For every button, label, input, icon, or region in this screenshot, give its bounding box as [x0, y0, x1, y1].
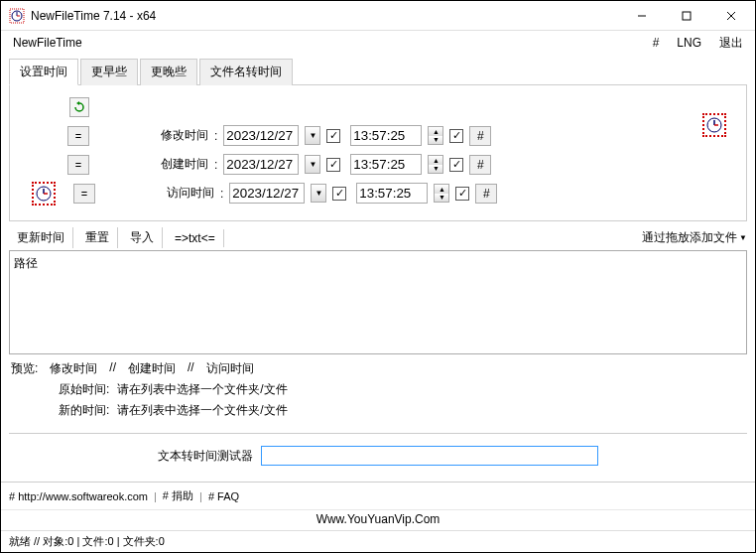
refresh-row [20, 95, 736, 118]
create-time-spinner[interactable]: ▲▼ [428, 155, 443, 174]
preview-area: 预览: 修改时间 // 创建时间 // 访问时间 原始时间: 请在列表中选择一个… [9, 354, 747, 425]
new-time-label: 新的时间: [59, 402, 109, 419]
create-time-checkbox[interactable] [449, 158, 463, 172]
tab-name-to-time[interactable]: 文件名转时间 [199, 59, 293, 85]
chevron-down-icon: ▼ [309, 131, 316, 140]
create-date-picker[interactable]: ▼ [305, 155, 320, 174]
footer-links: # http://www.softwareok.com | # 捐助 | # F… [1, 482, 755, 509]
tester-label: 文本转时间测试器 [158, 448, 253, 465]
colon: : [214, 129, 217, 143]
branding: Www.YouYuanVip.Com [1, 509, 755, 530]
tab-earlier[interactable]: 更早些 [80, 59, 138, 85]
orig-time-msg: 请在列表中选择一个文件夹/文件 [117, 381, 287, 398]
status-files: 文件:0 [82, 535, 113, 547]
update-time-button[interactable]: 更新时间 [9, 227, 73, 248]
footer-url[interactable]: # http://www.softwareok.com [9, 490, 148, 502]
modify-label: 修改时间 [153, 127, 208, 144]
footer-donate[interactable]: # 捐助 [163, 488, 193, 503]
preview-label: 预览: [11, 360, 38, 377]
app-icon [9, 8, 25, 24]
modify-date-input[interactable] [223, 125, 299, 146]
menu-lng[interactable]: LNG [673, 34, 705, 52]
access-label: 访问时间 [159, 185, 214, 202]
access-time-input[interactable] [356, 183, 428, 204]
modify-hash-button[interactable]: # [469, 126, 491, 146]
access-time-checkbox[interactable] [455, 187, 469, 201]
footer-faq[interactable]: # FAQ [208, 490, 239, 502]
modify-date-picker[interactable]: ▼ [305, 126, 320, 145]
access-hash-button[interactable]: # [475, 184, 497, 204]
create-time-row: = 创建时间 : ▼ ▲▼ # [20, 153, 736, 176]
drag-add-label[interactable]: 通过拖放添加文件 [642, 229, 737, 246]
menu-app[interactable]: NewFileTime [9, 34, 641, 52]
eq-button-access[interactable]: = [73, 184, 95, 204]
close-button[interactable] [708, 2, 753, 30]
eq-button-create[interactable]: = [67, 155, 89, 175]
access-date-input[interactable] [229, 183, 305, 204]
modify-date-checkbox[interactable] [326, 129, 340, 143]
create-hash-button[interactable]: # [469, 155, 491, 175]
create-date-checkbox[interactable] [326, 158, 340, 172]
tester-row: 文本转时间测试器 [9, 442, 747, 478]
modify-time-row: = 修改时间 : ▼ ▲▼ # [20, 124, 736, 147]
status-bar: 就绪 // 对象:0 | 文件:0 | 文件夹:0 [1, 530, 755, 552]
chevron-down-icon: ▼ [315, 189, 322, 198]
app-window: NewFileTime 7.14 - x64 NewFileTime # LNG… [0, 0, 756, 553]
eq-button-modify[interactable]: = [67, 126, 89, 146]
chevron-down-icon: ▼ [309, 160, 316, 169]
preview-modify: 修改时间 [50, 360, 97, 377]
reset-button[interactable]: 重置 [77, 227, 118, 248]
status-ready: 就绪 [9, 535, 31, 547]
create-label: 创建时间 [153, 156, 208, 173]
tab-later[interactable]: 更晚些 [140, 59, 197, 85]
chevron-down-icon[interactable]: ▼ [739, 233, 747, 242]
minimize-button[interactable] [619, 2, 664, 30]
access-date-picker[interactable]: ▼ [311, 184, 326, 203]
modify-time-spinner[interactable]: ▲▼ [428, 126, 443, 145]
content-area: 设置时间 更早些 更晚些 文件名转时间 = 修改时间 : [1, 55, 755, 482]
maximize-button[interactable] [664, 2, 708, 30]
modify-time-checkbox[interactable] [449, 129, 463, 143]
sep: // [188, 360, 194, 377]
access-time-spinner[interactable]: ▲▼ [434, 184, 449, 203]
sep: // [34, 535, 40, 547]
clock-icon[interactable] [702, 113, 726, 137]
preview-create: 创建时间 [128, 360, 176, 377]
action-row: 更新时间 重置 导入 =>txt<= 通过拖放添加文件 ▼ [9, 221, 747, 250]
orig-time-label: 原始时间: [59, 381, 109, 398]
tab-strip: 设置时间 更早些 更晚些 文件名转时间 [9, 59, 747, 85]
access-date-checkbox[interactable] [332, 187, 346, 201]
create-time-input[interactable] [350, 154, 422, 175]
file-list[interactable]: 路径 [9, 250, 747, 354]
preview-access: 访问时间 [206, 360, 254, 377]
txt-button[interactable]: =>txt<= [167, 229, 224, 247]
divider [9, 433, 747, 434]
clock-icon[interactable] [32, 182, 56, 206]
tab-set-time[interactable]: 设置时间 [9, 59, 78, 85]
menu-hash[interactable]: # [649, 34, 664, 52]
status-folders: 文件夹:0 [123, 535, 165, 547]
colon: : [220, 187, 223, 201]
access-time-row: = 访问时间 : ▼ ▲▼ # [20, 182, 736, 205]
import-button[interactable]: 导入 [122, 227, 163, 248]
menu-exit[interactable]: 退出 [715, 33, 747, 54]
modify-time-input[interactable] [350, 125, 422, 146]
titlebar: NewFileTime 7.14 - x64 [1, 1, 755, 31]
create-date-input[interactable] [223, 154, 299, 175]
sep: // [109, 360, 116, 377]
tab-panel-set-time: = 修改时间 : ▼ ▲▼ # = 创建时间 : ▼ [9, 85, 747, 221]
menubar: NewFileTime # LNG 退出 [1, 31, 755, 55]
new-time-msg: 请在列表中选择一个文件夹/文件 [117, 402, 287, 419]
colon: : [214, 158, 217, 172]
list-header-path: 路径 [14, 256, 38, 270]
window-title: NewFileTime 7.14 - x64 [31, 9, 619, 23]
refresh-button[interactable] [69, 97, 89, 117]
svg-rect-5 [683, 12, 691, 20]
tester-input[interactable] [261, 446, 598, 466]
status-objects: 对象:0 [43, 535, 73, 547]
